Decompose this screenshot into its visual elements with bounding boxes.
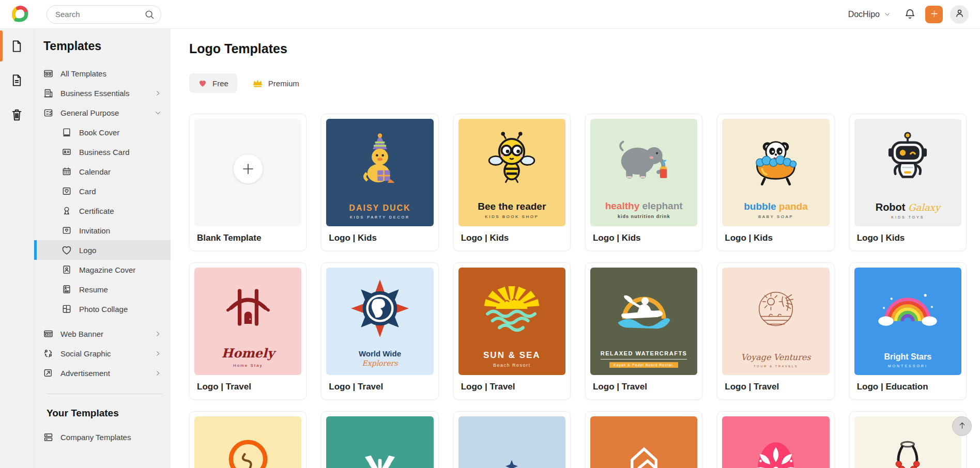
art-title-text: World Wide xyxy=(359,349,401,358)
panda-illustration xyxy=(722,119,829,201)
sidebar-item-advertisement[interactable]: Advertisement xyxy=(34,363,171,383)
elephant-illustration xyxy=(590,119,697,200)
template-card-homely[interactable]: HomelyHome StayLogo | Travel xyxy=(189,262,307,400)
template-card-badge[interactable]: Voyage VenturesTOUR & TRAVELSLogo | Trav… xyxy=(717,262,834,400)
robot-illustration xyxy=(854,119,961,201)
photo-collage-icon xyxy=(61,303,72,315)
sidebar-item-business-card[interactable]: Business Card xyxy=(34,142,171,162)
art-subtitle: KIDS BOOK SHOP xyxy=(485,214,539,219)
template-card-mandala[interactable] xyxy=(717,411,834,468)
sidebar-item-label: Card xyxy=(79,187,161,196)
your-templates-heading: Your Templates xyxy=(34,394,171,427)
template-card-compass[interactable]: World WideExplorersLogo | Travel xyxy=(321,262,438,400)
art-title: Voyage Ventures xyxy=(741,353,810,362)
scroll-to-top-button[interactable] xyxy=(952,416,972,436)
topbar-right-cluster: DocHipo xyxy=(848,5,969,24)
sidebar-item-certificate[interactable]: Certificate xyxy=(34,201,171,221)
chevron-down-icon[interactable] xyxy=(155,110,161,116)
sidebar-item-invitation[interactable]: Invitation xyxy=(34,221,171,240)
workspace-selector[interactable]: DocHipo xyxy=(848,10,891,19)
sidebar-item-calendar[interactable]: Calendar xyxy=(34,162,171,181)
rail-item-trash[interactable] xyxy=(0,97,34,131)
art-title-text: Voyage Ventures xyxy=(741,352,810,362)
template-thumbnail xyxy=(194,416,301,468)
bee-illustration xyxy=(458,119,565,201)
chevron-right-icon[interactable] xyxy=(155,331,161,337)
filter-premium-button[interactable]: Premium xyxy=(243,73,308,93)
homely-illustration xyxy=(194,268,301,347)
sidebar-item-all-templates[interactable]: All Templates xyxy=(34,64,171,83)
sidebar-item-business-essentials[interactable]: Business Essentials xyxy=(34,83,171,103)
art-title-text: Homely xyxy=(221,346,274,361)
badge-illustration xyxy=(722,268,829,353)
drafts-icon xyxy=(10,73,24,87)
template-card-bulb[interactable] xyxy=(189,411,307,468)
chevron-right-icon[interactable] xyxy=(155,350,161,357)
business-card-icon xyxy=(61,146,72,158)
filter-bar: Free Premium xyxy=(189,73,967,93)
search-input[interactable] xyxy=(55,10,144,19)
arrow-up-icon xyxy=(958,421,967,432)
sidebar-item-book-cover[interactable]: Book Cover xyxy=(34,122,171,142)
search-bar[interactable] xyxy=(47,5,161,24)
template-card-housegrad[interactable] xyxy=(585,411,702,468)
card-label: Logo | Travel xyxy=(326,375,433,399)
bookwings-illustration xyxy=(326,416,433,468)
create-new-button[interactable] xyxy=(925,6,943,23)
all-templates-icon xyxy=(42,68,54,79)
filter-free-button[interactable]: Free xyxy=(189,73,237,93)
search-icon[interactable] xyxy=(144,9,155,20)
chevron-right-icon[interactable] xyxy=(155,370,161,377)
template-thumbnail xyxy=(326,416,433,468)
template-thumbnail: Robot GalaxyKIDS TOYS xyxy=(854,119,961,226)
art-subtitle: Kayak & Padal Board Rental. xyxy=(609,362,679,368)
template-card-panda[interactable]: bubble pandaBABY SOAPLogo | Kids xyxy=(717,114,834,251)
chevron-right-icon[interactable] xyxy=(155,90,161,97)
sidebar-item-company-templates[interactable]: Company Templates xyxy=(34,427,171,447)
art-subtitle: KIDS PARTY DECOR xyxy=(350,215,410,219)
sidebar-item-general-purpose[interactable]: General Purpose xyxy=(34,103,171,122)
sunsea-illustration xyxy=(458,268,565,350)
dochipo-logo-icon[interactable] xyxy=(9,5,29,24)
rail-item-drafts[interactable] xyxy=(0,63,34,97)
card-label: Logo | Travel xyxy=(590,375,697,399)
advertisement-icon xyxy=(42,367,54,379)
user-avatar[interactable] xyxy=(950,5,969,24)
template-card-robot[interactable]: Robot GalaxyKIDS TOYSLogo | Kids xyxy=(849,114,967,251)
sidebar-item-label: Business Essentials xyxy=(60,89,155,98)
sidebar-item-social-graphic[interactable]: Social Graphic xyxy=(34,344,171,363)
art-title-line2: Explorers xyxy=(362,358,398,368)
template-card-sparkle[interactable] xyxy=(453,411,571,468)
sidebar-nav-list: All Templates Business Essentials Genera… xyxy=(34,64,171,383)
art-subtitle: MONTESSORI xyxy=(888,364,928,368)
sidebar-item-magazine-cover[interactable]: Magazine Cover xyxy=(34,260,171,279)
sidebar-item-resume[interactable]: Resume xyxy=(34,279,171,299)
template-card-bee[interactable]: Bee the readerKIDS BOOK SHOPLogo | Kids xyxy=(453,114,571,251)
sidebar-item-photo-collage[interactable]: Photo Collage xyxy=(34,299,171,319)
sidebar-item-card[interactable]: Card xyxy=(34,181,171,201)
template-card-rainbow[interactable]: Bright StarsMONTESSORILogo | Education xyxy=(849,262,967,400)
sidebar-item-logo[interactable]: Logo xyxy=(34,240,171,260)
sidebar-item-label: Photo Collage xyxy=(79,305,161,314)
template-card-necklace[interactable] xyxy=(849,411,967,468)
necklace-illustration xyxy=(854,416,961,468)
template-thumbnail: World WideExplorers xyxy=(326,268,433,375)
template-card-blank[interactable]: Blank Template xyxy=(189,114,307,251)
template-card-duck[interactable]: DAISY DUCKKIDS PARTY DECORLogo | Kids xyxy=(321,114,438,251)
art-title-text: Bee the reader xyxy=(478,201,546,212)
art-title-text: RELAXED WATERCRAFTS xyxy=(601,350,687,356)
rail-item-documents[interactable] xyxy=(0,29,34,63)
art-title-text: Robot xyxy=(876,201,908,213)
sidebar-item-web-banner[interactable]: Web Banner xyxy=(34,324,171,344)
plus-icon xyxy=(929,9,939,20)
notifications-bell-icon[interactable] xyxy=(904,8,916,20)
template-thumbnail: Bee the readerKIDS BOOK SHOP xyxy=(458,119,565,226)
person-icon xyxy=(954,8,965,21)
sidebar-item-label: Company Templates xyxy=(60,433,161,442)
template-card-kayak[interactable]: RELAXED WATERCRAFTSKayak & Padal Board R… xyxy=(585,262,702,400)
template-card-elephant[interactable]: healthy elephantkids nutrition drinkLogo… xyxy=(585,114,702,251)
mandala-illustration xyxy=(722,416,829,468)
blank-illustration xyxy=(194,119,301,219)
template-card-bookwings[interactable] xyxy=(321,411,438,468)
template-card-sunsea[interactable]: SUN & SEABeach ResortLogo | Travel xyxy=(453,262,571,400)
